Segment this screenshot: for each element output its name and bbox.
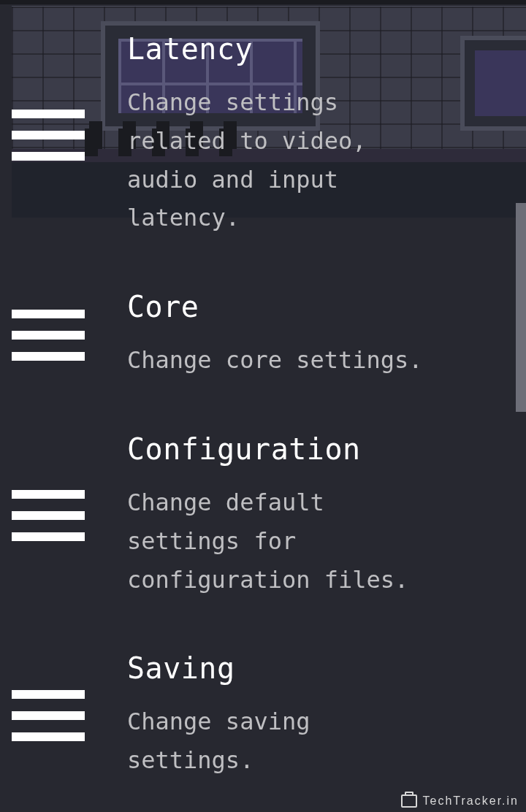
menu-item-configuration[interactable]: Configuration Change default settings fo… [0,406,526,625]
watermark: TechTracker.in [401,794,519,808]
menu-item-title: Latency [127,32,511,66]
menu-item-text: Latency Change settings related to video… [127,32,511,237]
menu-item-title: Saving [127,651,511,685]
menu-item-title: Configuration [127,432,511,466]
menu-item-text: Saving Change saving settings. [127,651,511,780]
menu-item-core[interactable]: Core Change core settings. [0,264,526,406]
menu-item-desc: Change saving settings. [127,702,449,780]
menu-item-text: Configuration Change default settings fo… [127,432,511,599]
menu-item-title: Core [127,290,511,323]
menu-item-desc: Change settings related to video, audio … [127,83,449,237]
menu-item-desc: Change default settings for configuratio… [127,483,449,599]
scrollbar-thumb[interactable] [516,203,526,412]
menu-item-text: Core Change core settings. [127,290,511,380]
settings-menu: Latency Change settings related to video… [0,0,526,812]
menu-lines-icon [12,110,85,161]
menu-item-latency[interactable]: Latency Change settings related to video… [0,6,526,264]
menu-item-saving[interactable]: Saving Change saving settings. [0,625,526,806]
menu-lines-icon [12,690,85,741]
watermark-icon [401,794,417,808]
menu-lines-icon [12,490,85,541]
menu-item-desc: Change core settings. [127,341,449,380]
menu-lines-icon [12,310,85,361]
watermark-text: TechTracker.in [423,794,519,808]
